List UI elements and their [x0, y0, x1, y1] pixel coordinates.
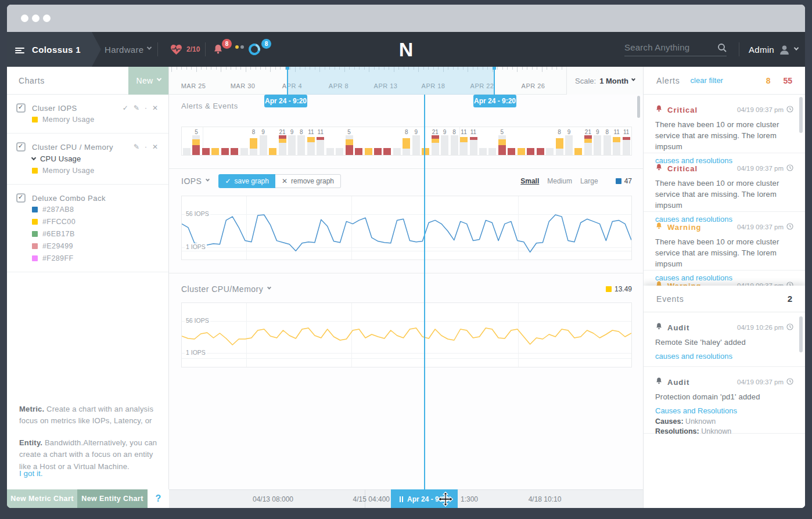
- metric-label: CPU Usage: [40, 154, 81, 163]
- chart-item-actions: ✓✎·✕: [123, 104, 158, 112]
- ruler-tick: [231, 67, 231, 70]
- window-control-icon[interactable]: [21, 15, 28, 22]
- alert-bar: [250, 138, 257, 155]
- sidebar-header: Charts New: [7, 67, 168, 95]
- events-header: Events 2: [644, 286, 805, 312]
- gray-segment: [297, 135, 305, 155]
- metric-label: Memory Usage: [42, 116, 95, 124]
- red-segment: [355, 148, 362, 155]
- range-start-pill[interactable]: Apr 24 - 9:20: [264, 95, 307, 107]
- gray-segment: [584, 143, 592, 155]
- yellow-segment: [192, 139, 200, 145]
- timeline-header[interactable]: MAR 25MAR 30APR 4APR 8APR 13APR 18APR 22…: [169, 67, 643, 95]
- menu-icon[interactable]: [15, 32, 24, 67]
- tasks-spinner[interactable]: [249, 32, 260, 67]
- top-navbar: Colossus 1 Hardware 2/10 8 8 N: [7, 32, 805, 67]
- yellow-segment: [432, 139, 439, 143]
- dot-icon[interactable]: ·: [145, 104, 147, 112]
- gray-segment: [441, 135, 448, 155]
- check-icon[interactable]: ✓: [123, 104, 128, 112]
- clock-icon: [786, 223, 793, 231]
- task-count-badge[interactable]: 8: [261, 39, 271, 49]
- alert-bar: [508, 148, 515, 155]
- alert-bar-count: 8: [300, 129, 303, 135]
- range-end-pill[interactable]: Apr 24 - 9:20: [473, 95, 516, 107]
- search-input[interactable]: Search Anything: [624, 42, 689, 52]
- help-button[interactable]: ?: [148, 489, 169, 508]
- checkbox-checked[interactable]: [16, 142, 26, 152]
- edit-icon[interactable]: ✎: [134, 104, 139, 112]
- remove-graph-button[interactable]: ✕ remove graph: [275, 174, 341, 188]
- save-graph-button[interactable]: ✓ save graph: [218, 174, 275, 188]
- ruler-tick: [497, 67, 498, 70]
- cpu-legend: 13.49: [606, 285, 632, 293]
- dot-icon[interactable]: ·: [145, 143, 147, 151]
- scale-dropdown[interactable]: Scale: 1 Month: [566, 67, 643, 95]
- red-segment: [498, 145, 506, 155]
- gray-segment: [556, 149, 563, 155]
- chart-item-title-row: Cluser IOPS✓✎·✕: [16, 103, 158, 113]
- timestamp-text: 04/19 09:37 pm: [737, 165, 784, 172]
- close-icon[interactable]: ✕: [152, 143, 158, 151]
- window-control-icon[interactable]: [43, 15, 51, 22]
- size-medium[interactable]: Medium: [547, 177, 572, 185]
- new-entity-chart-button[interactable]: New Entity Chart: [77, 489, 148, 508]
- red-segment: [231, 148, 238, 155]
- search-icon[interactable]: [717, 43, 727, 52]
- time-cursor-line[interactable]: [424, 95, 425, 489]
- cluster-name[interactable]: Colossus 1: [32, 32, 81, 67]
- causes-resolutions-link[interactable]: causes and resolutions: [655, 352, 732, 361]
- scrollbar-thumb[interactable]: [799, 316, 803, 352]
- divider: [157, 42, 158, 56]
- iops-title[interactable]: IOPS: [181, 176, 209, 186]
- ruler-tick: [512, 67, 513, 70]
- gray-segment: [613, 142, 620, 155]
- checkbox-checked[interactable]: [16, 193, 26, 203]
- chart-item-title-row: Cluster CPU / Memory✎·✕: [16, 142, 158, 152]
- search-bar[interactable]: Search Anything: [624, 32, 727, 67]
- new-chart-button[interactable]: New: [128, 67, 168, 95]
- checkbox-checked[interactable]: [16, 103, 26, 113]
- window-control-icon[interactable]: [32, 15, 39, 22]
- metric-label: Memory Usage: [42, 167, 95, 175]
- user-menu[interactable]: Admin: [749, 32, 798, 67]
- new-metric-chart-button[interactable]: New Metric Chart: [7, 489, 77, 508]
- causes-resolutions-link[interactable]: Causes and Resolutions: [655, 406, 737, 415]
- edit-icon[interactable]: ✎: [134, 143, 139, 151]
- timestamp-text: 04/19 10:26 pm: [737, 324, 784, 331]
- chevron-down-icon[interactable]: [31, 155, 36, 160]
- ruler-tick: [236, 67, 236, 70]
- scrollbar-thumb[interactable]: [637, 96, 640, 118]
- alert-bar: [221, 148, 229, 155]
- yellow-segment: [279, 139, 286, 143]
- timeline-selection[interactable]: [288, 67, 494, 95]
- ruler-tick: [517, 67, 518, 72]
- size-large[interactable]: Large: [580, 177, 598, 185]
- close-icon[interactable]: ✕: [152, 104, 158, 112]
- iops-graph-header: IOPS ✓ save graph ✕ remove graph Small M…: [181, 173, 632, 189]
- yellow-segment: [422, 148, 429, 155]
- bottom-timeline[interactable]: Apr 24 - 9:20 04/13 08:0004/15 04:4001:3…: [169, 489, 643, 508]
- alerts-bell[interactable]: [213, 32, 224, 67]
- cpu-memory-title[interactable]: Cluster CPU/Memory: [181, 284, 271, 294]
- scrollbar-thumb[interactable]: [799, 97, 803, 133]
- alert-bar: [393, 148, 401, 155]
- card-title-row: Critical04/19 09:37 pm: [655, 104, 793, 115]
- pause-icon[interactable]: [400, 496, 403, 502]
- health-indicator[interactable]: 2/10: [170, 32, 200, 67]
- alert-bar: [584, 135, 592, 155]
- ruler-tick: [280, 67, 281, 70]
- app-window: Colossus 1 Hardware 2/10 8 8 N: [7, 5, 805, 508]
- metric-row: #287AB8: [32, 204, 158, 215]
- clear-filter-link[interactable]: clear filter: [691, 76, 723, 85]
- gray-segment: [346, 135, 353, 139]
- alert-count-badge[interactable]: 8: [222, 39, 232, 49]
- chevron-down-icon: [147, 45, 152, 49]
- card-message: There have been 10 or more cluster servi…: [655, 120, 793, 153]
- hardware-menu[interactable]: Hardware: [105, 32, 151, 67]
- timestamp-text: 04/19 09:37 pm: [737, 224, 784, 230]
- dismiss-help-link[interactable]: I got it.: [19, 469, 43, 478]
- size-small[interactable]: Small: [520, 177, 539, 185]
- chevron-down-icon: [206, 177, 210, 181]
- bell-icon: [655, 222, 663, 232]
